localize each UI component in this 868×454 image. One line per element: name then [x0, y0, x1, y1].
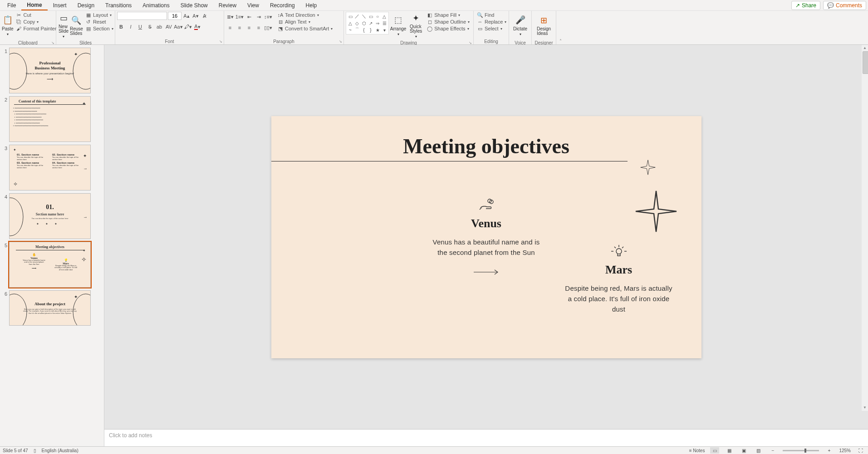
align-left-button[interactable]: ≡ — [226, 24, 234, 32]
replace-button[interactable]: ↔Replace▾ — [476, 19, 508, 25]
zoom-slider[interactable] — [783, 450, 819, 451]
arrange-button[interactable]: ⬚ Arrange▾ — [390, 12, 407, 39]
scroll-down-button[interactable]: ▼ — [862, 405, 868, 411]
notes-toggle[interactable]: ≡ Notes — [689, 448, 705, 453]
strike-button[interactable]: S̶ — [146, 23, 154, 31]
clipboard-launcher[interactable]: ↘ — [51, 41, 54, 45]
design-ideas-button[interactable]: ⊞ Design Ideas — [534, 12, 554, 39]
tab-slideshow[interactable]: Slide Show — [175, 1, 213, 10]
clear-format-button[interactable]: A̷ — [201, 12, 209, 20]
reset-button[interactable]: ↺Reset — [84, 19, 115, 25]
align-right-button[interactable]: ≡ — [245, 24, 253, 32]
highlight-button[interactable]: 🖍▾ — [184, 23, 192, 31]
shape-gallery[interactable]: ▭／＼▭○△ △◇⬡↗⇒☰ ~⌒{}★▾ — [346, 12, 389, 34]
align-center-button[interactable]: ≡ — [235, 24, 244, 32]
slide-area[interactable]: Meeting objectives Venus Venus — [104, 45, 868, 429]
objective-venus[interactable]: Venus Venus has a beautiful name and is … — [432, 198, 541, 277]
justify-button[interactable]: ≡ — [255, 24, 263, 32]
find-button[interactable]: 🔍Find — [476, 12, 508, 18]
copy-button[interactable]: ⿻Copy▾ — [15, 19, 59, 25]
thumbnail-slide-4[interactable]: → 01. Section name here You can describe… — [9, 193, 91, 239]
tab-insert[interactable]: Insert — [48, 1, 72, 10]
smartart-button[interactable]: ⬔Convert to SmartArt▾ — [276, 25, 334, 32]
zoom-out-button[interactable]: − — [768, 447, 777, 454]
tab-help[interactable]: Help — [300, 1, 323, 10]
quick-styles-button[interactable]: ✦ Quick Styles▾ — [407, 12, 424, 39]
section-button[interactable]: ▤Section▾ — [84, 25, 115, 32]
sorter-view-button[interactable]: ▦ — [725, 447, 734, 454]
zoom-handle[interactable] — [804, 449, 806, 453]
tab-transitions[interactable]: Transitions — [100, 1, 137, 10]
font-name-input[interactable] — [117, 12, 167, 20]
notes-pane[interactable]: Click to add notes — [104, 429, 868, 446]
shape-outline-button[interactable]: ◻Shape Outline▾ — [425, 19, 471, 25]
font-launcher[interactable]: ↘ — [219, 39, 222, 44]
grow-font-button[interactable]: A▴ — [182, 12, 191, 20]
spacing-button[interactable]: AV — [165, 23, 173, 31]
thumbnail-slide-5[interactable]: Meeting objectives ✦ ✧ ✋ Venus Venus has… — [9, 242, 91, 288]
objective-mars[interactable]: Mars Despite being red, Mars is actually… — [564, 244, 673, 315]
fit-window-button[interactable]: ⛶ — [856, 447, 865, 454]
tab-review[interactable]: Review — [213, 1, 242, 10]
thumbnail-pane[interactable]: 1 ✦ Professional Business Meeting Here i… — [0, 45, 104, 446]
tab-file[interactable]: File — [2, 1, 21, 10]
thumbnail-slide-1[interactable]: ✦ Professional Business Meeting Here is … — [9, 48, 91, 93]
thumbnail-slide-6[interactable]: ✦ About the project Here you can give a … — [9, 290, 91, 326]
format-painter-button[interactable]: 🖌Format Painter — [15, 25, 59, 32]
venus-desc[interactable]: Venus has a beautiful name and is the se… — [432, 237, 541, 258]
thumbnail-slide-3[interactable]: ✦ ✦ → ✧ 01. Section nameYou can describe… — [9, 145, 91, 190]
paste-button[interactable]: 📋 Paste ▾ — [2, 12, 14, 39]
language-status[interactable]: English (Australia) — [42, 448, 78, 453]
share-button[interactable]: ↗Share — [791, 1, 820, 10]
cut-button[interactable]: ✂Cut — [15, 12, 59, 18]
select-button[interactable]: ▭Select▾ — [476, 25, 508, 32]
paragraph-launcher[interactable]: ↘ — [339, 39, 342, 44]
shadow-button[interactable]: ab — [155, 23, 163, 31]
drawing-launcher[interactable]: ↘ — [469, 41, 472, 45]
layout-button[interactable]: ▦Layout▾ — [84, 12, 115, 18]
outdent-button[interactable]: ⇤ — [245, 13, 253, 21]
tab-design[interactable]: Design — [72, 1, 100, 10]
tab-home[interactable]: Home — [21, 0, 47, 10]
slide-canvas[interactable]: Meeting objectives Venus Venus — [271, 116, 701, 358]
text-direction-button[interactable]: ↕AText Direction▾ — [276, 12, 334, 18]
zoom-percent[interactable]: 125% — [839, 448, 851, 453]
shrink-font-button[interactable]: A▾ — [191, 12, 200, 20]
dictate-button[interactable]: 🎤 Dictate▾ — [511, 12, 530, 39]
font-size-input[interactable] — [168, 12, 181, 20]
columns-button[interactable]: ▯▯▾ — [264, 24, 272, 32]
bullets-button[interactable]: ≣▾ — [226, 13, 234, 21]
numbering-button[interactable]: 1≡▾ — [235, 13, 244, 21]
bold-button[interactable]: B — [117, 23, 125, 31]
zoom-in-button[interactable]: + — [824, 447, 834, 454]
slide-title[interactable]: Meeting objectives — [271, 116, 701, 158]
reuse-slides-button[interactable]: 🔍 Reuse Slides — [70, 12, 83, 39]
reading-view-button[interactable]: ▣ — [739, 447, 748, 454]
reuse-icon: 🔍 — [71, 15, 82, 26]
line-spacing-button[interactable]: ↕≡▾ — [264, 13, 272, 21]
collapse-ribbon-button[interactable]: ˄ — [556, 11, 564, 44]
comments-button[interactable]: 💬Comments — [823, 1, 866, 10]
mars-desc[interactable]: Despite being red, Mars is actually a co… — [564, 283, 673, 315]
underline-button[interactable]: U — [136, 23, 144, 31]
shape-fill-button[interactable]: ◧Shape Fill▾ — [425, 12, 471, 18]
tab-animations[interactable]: Animations — [137, 1, 175, 10]
scroll-thumb[interactable] — [863, 51, 868, 74]
shape-effects-button[interactable]: ◯Shape Effects▾ — [425, 25, 471, 32]
indent-button[interactable]: ⇥ — [255, 13, 263, 21]
slideshow-view-button[interactable]: ▧ — [754, 447, 763, 454]
tab-view[interactable]: View — [242, 1, 265, 10]
new-slide-button[interactable]: ▭ New Slide▾ — [58, 12, 69, 39]
mars-heading[interactable]: Mars — [564, 263, 673, 277]
normal-view-button[interactable]: ▭ — [710, 447, 719, 454]
font-color-button[interactable]: A▾ — [193, 23, 201, 31]
vertical-scrollbar[interactable]: ▲ ▼ — [862, 45, 868, 411]
case-button[interactable]: Aa▾ — [174, 23, 182, 31]
italic-button[interactable]: I — [127, 23, 135, 31]
thumbnail-slide-2[interactable]: Content of this template ✦ ▪ ▪▪▪▪▪▪▪▪▪▪▪… — [9, 96, 91, 142]
venus-heading[interactable]: Venus — [432, 217, 541, 230]
accessibility-icon[interactable]: ▯ — [34, 448, 36, 453]
scroll-up-button[interactable]: ▲ — [862, 45, 868, 51]
align-text-button[interactable]: ⊟Align Text▾ — [276, 19, 334, 25]
tab-recording[interactable]: Recording — [265, 1, 300, 10]
